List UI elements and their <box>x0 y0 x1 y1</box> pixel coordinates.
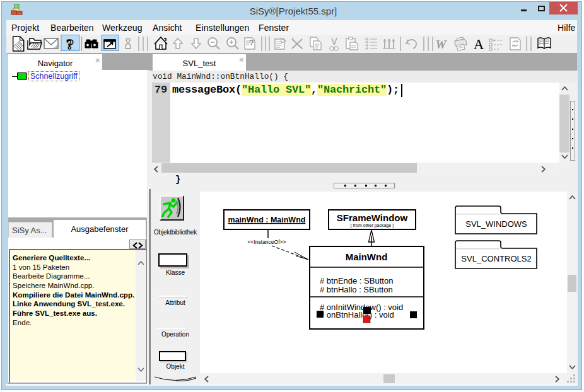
svg-text:W: W <box>436 38 447 51</box>
svg-text:SVL_WINDOWS: SVL_WINDOWS <box>465 219 527 229</box>
svg-text:# btnEnde : SButton: # btnEnde : SButton <box>320 276 393 285</box>
svg-text:SVL_CONTROLS2: SVL_CONTROLS2 <box>461 254 531 263</box>
svg-text:A: A <box>474 37 484 52</box>
svg-text:?: ? <box>66 36 74 52</box>
svg-text:# btnHallo : SButton: # btnHallo : SButton <box>320 285 393 294</box>
svg-text:( from other package ): ( from other package ) <box>351 223 394 228</box>
svg-text:MainWnd: MainWnd <box>346 251 388 262</box>
svg-text:SFrameWindow: SFrameWindow <box>337 212 408 223</box>
svg-text:?: ? <box>249 38 254 47</box>
svg-text:<<InstanceOf>>: <<InstanceOf>> <box>248 239 286 245</box>
svg-text:mainWnd : MainWnd: mainWnd : MainWnd <box>228 216 306 224</box>
svg-text:# onBtnHallo() : void: # onBtnHallo() : void <box>320 310 394 320</box>
